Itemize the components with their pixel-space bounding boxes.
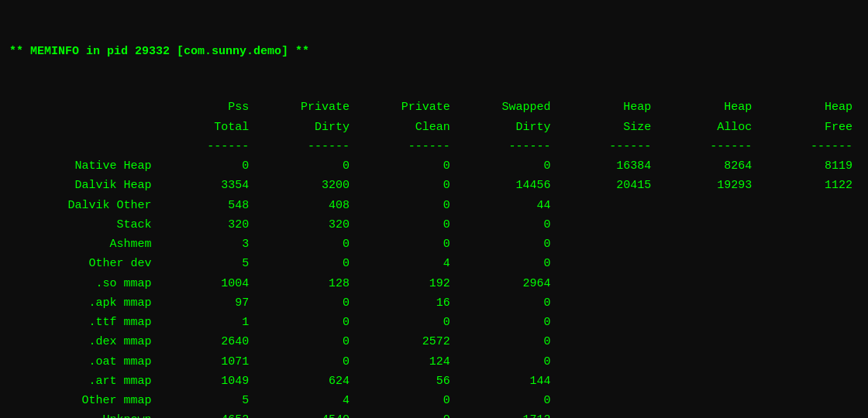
- row-heap-free: [758, 313, 859, 332]
- row-pss: 320: [154, 215, 255, 235]
- row-heap-alloc: [657, 274, 758, 293]
- table-row: .oat mmap107101240: [9, 352, 859, 372]
- row-heap-size: 20415: [557, 176, 658, 195]
- row-heap-free: [758, 235, 859, 254]
- row-priv-dirty: 408: [255, 196, 356, 215]
- row-priv-clean: 2572: [356, 332, 456, 351]
- col-header-pss: Pss: [154, 98, 255, 117]
- row-heap-alloc: [657, 254, 758, 273]
- row-heap-size: [557, 196, 658, 215]
- row-pss: 4652: [154, 410, 255, 418]
- row-priv-dirty: 128: [255, 274, 356, 293]
- row-swap-dirty: 44: [456, 196, 557, 215]
- row-heap-size: [557, 372, 658, 391]
- row-swap-dirty: 144: [456, 372, 557, 391]
- row-priv-dirty: 4540: [255, 410, 356, 418]
- row-pss: 0: [154, 156, 255, 176]
- row-heap-size: [557, 332, 658, 351]
- col-subheader-total: Total: [154, 118, 255, 137]
- row-heap-size: 16384: [557, 156, 658, 176]
- row-label: Dalvik Heap: [9, 176, 154, 195]
- row-swap-dirty: 0: [456, 332, 557, 351]
- col-header-swapped: Swapped: [456, 98, 557, 117]
- table-row: Other dev5040: [9, 254, 859, 273]
- row-swap-dirty: 0: [456, 254, 557, 273]
- table-row: .art mmap104962456144: [9, 372, 859, 391]
- row-heap-alloc: [657, 313, 758, 332]
- row-swap-dirty: 2964: [456, 274, 557, 293]
- row-heap-size: [557, 254, 658, 273]
- meminfo-title: ** MEMINFO in pid 29332 [com.sunny.demo]…: [9, 43, 859, 60]
- table-row: Dalvik Other548408044: [9, 196, 859, 215]
- row-label: .oat mmap: [9, 352, 154, 372]
- row-label: .art mmap: [9, 372, 154, 391]
- row-priv-clean: 0: [356, 196, 456, 215]
- row-pss: 1: [154, 313, 255, 332]
- column-headers-row1: Pss Private Private Swapped Heap Heap He…: [9, 98, 859, 117]
- col-header-private2: Private: [356, 98, 456, 117]
- row-priv-dirty: 0: [255, 156, 356, 176]
- row-pss: 3: [154, 235, 255, 254]
- row-heap-free: [758, 391, 859, 410]
- table-row: Other mmap5400: [9, 391, 859, 410]
- row-priv-dirty: 0: [255, 352, 356, 372]
- row-heap-size: [557, 274, 658, 293]
- row-priv-clean: 0: [356, 215, 456, 235]
- row-pss: 97: [154, 293, 255, 313]
- table-row: .ttf mmap1000: [9, 313, 859, 332]
- row-heap-alloc: [657, 352, 758, 372]
- row-heap-free: [758, 215, 859, 235]
- row-label: .so mmap: [9, 274, 154, 293]
- col-header-heap-size: Heap: [557, 98, 658, 117]
- col-subheader-free: Free: [758, 118, 859, 137]
- col-subheader-alloc: Alloc: [657, 118, 758, 137]
- sep-1: ------: [154, 137, 255, 156]
- row-heap-free: 8119: [758, 156, 859, 176]
- table-row: .so mmap10041281922964: [9, 274, 859, 293]
- sep-2: ------: [255, 137, 356, 156]
- row-label: Unknown: [9, 410, 154, 418]
- row-priv-dirty: 0: [255, 332, 356, 351]
- col-subheader-dirty: Dirty: [255, 118, 356, 137]
- separator-row: ------ ------ ------ ------ ------ -----…: [9, 137, 859, 156]
- row-heap-free: [758, 372, 859, 391]
- row-heap-free: 1122: [758, 176, 859, 195]
- row-label: Other mmap: [9, 391, 154, 410]
- row-swap-dirty: 0: [456, 391, 557, 410]
- row-heap-alloc: [657, 332, 758, 351]
- row-swap-dirty: 0: [456, 235, 557, 254]
- row-swap-dirty: 0: [456, 215, 557, 235]
- meminfo-table: Pss Private Private Swapped Heap Heap He…: [9, 98, 859, 418]
- table-row: .apk mmap970160: [9, 293, 859, 313]
- sep-label: [9, 137, 154, 156]
- row-heap-alloc: [657, 391, 758, 410]
- row-priv-clean: 16: [356, 293, 456, 313]
- row-pss: 1071: [154, 352, 255, 372]
- row-priv-clean: 0: [356, 156, 456, 176]
- row-priv-clean: 192: [356, 274, 456, 293]
- row-pss: 5: [154, 254, 255, 273]
- row-heap-size: [557, 313, 658, 332]
- row-heap-alloc: [657, 215, 758, 235]
- column-headers-row2: Total Dirty Clean Dirty Size Alloc Free: [9, 118, 859, 137]
- row-label: Other dev: [9, 254, 154, 273]
- row-priv-clean: 0: [356, 176, 456, 195]
- row-pss: 3354: [154, 176, 255, 195]
- table-row: Unknown4652454001712: [9, 410, 859, 418]
- row-priv-dirty: 0: [255, 254, 356, 273]
- row-label: Dalvik Other: [9, 196, 154, 215]
- row-priv-dirty: 320: [255, 215, 356, 235]
- row-label: .ttf mmap: [9, 313, 154, 332]
- row-priv-dirty: 4: [255, 391, 356, 410]
- row-label: .dex mmap: [9, 332, 154, 351]
- row-heap-size: [557, 235, 658, 254]
- table-row: Native Heap00001638482648119: [9, 156, 859, 176]
- row-heap-free: [758, 352, 859, 372]
- row-swap-dirty: 0: [456, 293, 557, 313]
- row-priv-dirty: 3200: [255, 176, 356, 195]
- row-priv-clean: 124: [356, 352, 456, 372]
- row-priv-dirty: 624: [255, 372, 356, 391]
- row-label: .apk mmap: [9, 293, 154, 313]
- row-heap-free: [758, 254, 859, 273]
- col-header-heap-alloc: Heap: [657, 98, 758, 117]
